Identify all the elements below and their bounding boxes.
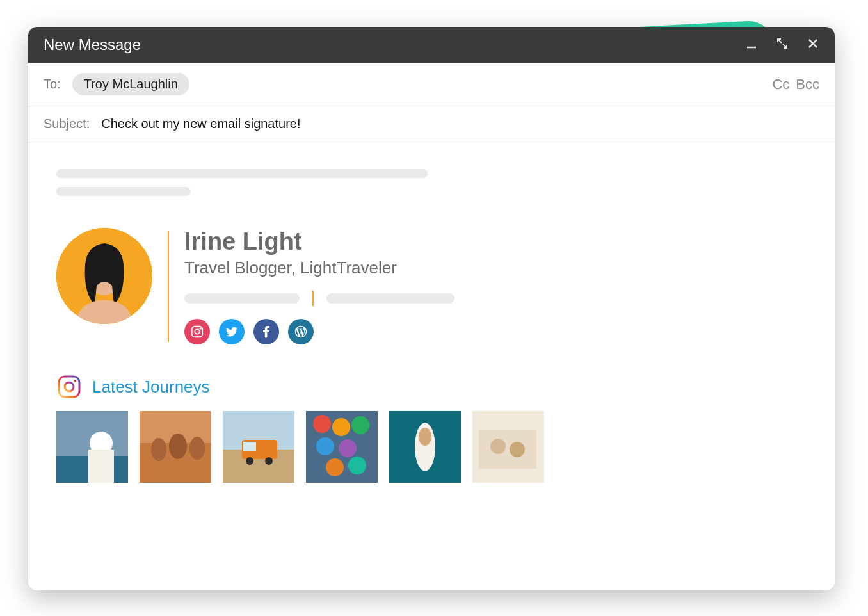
svg-point-8	[65, 382, 74, 391]
svg-point-39	[510, 442, 525, 457]
bcc-button[interactable]: Bcc	[796, 76, 819, 93]
cc-button[interactable]: Cc	[772, 76, 789, 93]
detail-placeholder	[184, 293, 300, 304]
signature-name: Irine Light	[184, 228, 807, 255]
detail-separator	[312, 291, 314, 306]
gallery-thumb[interactable]	[389, 411, 461, 483]
signature-divider	[168, 231, 169, 342]
wordpress-icon[interactable]	[288, 319, 314, 344]
body-placeholder-line	[56, 187, 191, 196]
detail-placeholder	[326, 293, 454, 304]
svg-point-26	[313, 415, 331, 433]
subject-label: Subject:	[44, 117, 90, 131]
twitter-icon[interactable]	[219, 319, 245, 344]
expand-icon[interactable]	[776, 37, 789, 53]
email-signature: Irine Light Travel Blogger, LightTravele…	[56, 228, 807, 344]
instagram-gallery-icon	[56, 374, 82, 400]
avatar	[56, 228, 152, 324]
gallery-title[interactable]: Latest Journeys	[92, 377, 210, 397]
compose-window: New Message To: Troy McLaughlin Cc Bcc S…	[28, 27, 835, 590]
window-actions	[745, 37, 819, 53]
signature-details-row	[184, 291, 807, 306]
gallery-thumbnails	[56, 411, 807, 483]
close-icon[interactable]	[807, 37, 819, 53]
svg-rect-13	[88, 450, 114, 483]
subject-row[interactable]: Subject: Check out my new email signatur…	[28, 106, 835, 142]
gallery-thumb[interactable]	[223, 411, 294, 483]
cc-bcc: Cc Bcc	[772, 76, 819, 93]
facebook-icon[interactable]	[253, 319, 279, 344]
svg-point-27	[332, 418, 350, 436]
recipient-chip[interactable]: Troy McLaughlin	[72, 73, 189, 95]
svg-point-32	[348, 457, 366, 474]
subject-input[interactable]: Check out my new email signature!	[101, 117, 300, 131]
message-body[interactable]: Irine Light Travel Blogger, LightTravele…	[28, 142, 835, 501]
signature-content: Irine Light Travel Blogger, LightTravele…	[184, 228, 807, 344]
svg-rect-7	[59, 377, 79, 397]
svg-point-16	[151, 438, 166, 461]
to-label: To:	[44, 77, 61, 92]
gallery-thumb[interactable]	[56, 411, 128, 483]
to-row[interactable]: To: Troy McLaughlin Cc Bcc	[28, 63, 835, 106]
svg-point-30	[339, 439, 357, 457]
gallery-thumb[interactable]	[306, 411, 378, 483]
svg-point-31	[326, 458, 344, 476]
svg-rect-22	[243, 442, 256, 451]
svg-point-6	[200, 328, 201, 329]
svg-rect-37	[479, 430, 536, 469]
svg-point-23	[246, 457, 253, 465]
svg-point-17	[169, 434, 187, 459]
svg-point-24	[265, 457, 273, 465]
svg-point-38	[490, 439, 506, 454]
instagram-icon[interactable]	[184, 319, 210, 344]
svg-point-29	[316, 437, 334, 455]
body-placeholder-line	[56, 169, 428, 178]
svg-point-9	[74, 380, 76, 382]
svg-point-5	[195, 329, 199, 334]
svg-point-35	[419, 428, 431, 446]
svg-point-18	[189, 437, 205, 460]
minimize-icon[interactable]	[745, 37, 758, 53]
gallery-header: Latest Journeys	[56, 374, 807, 400]
social-icons	[184, 319, 807, 344]
svg-point-28	[351, 416, 369, 434]
window-title: New Message	[44, 36, 141, 54]
titlebar: New Message	[28, 27, 835, 63]
gallery-thumb[interactable]	[472, 411, 544, 483]
signature-title: Travel Blogger, LightTraveler	[184, 258, 807, 278]
gallery-thumb[interactable]	[140, 411, 211, 483]
